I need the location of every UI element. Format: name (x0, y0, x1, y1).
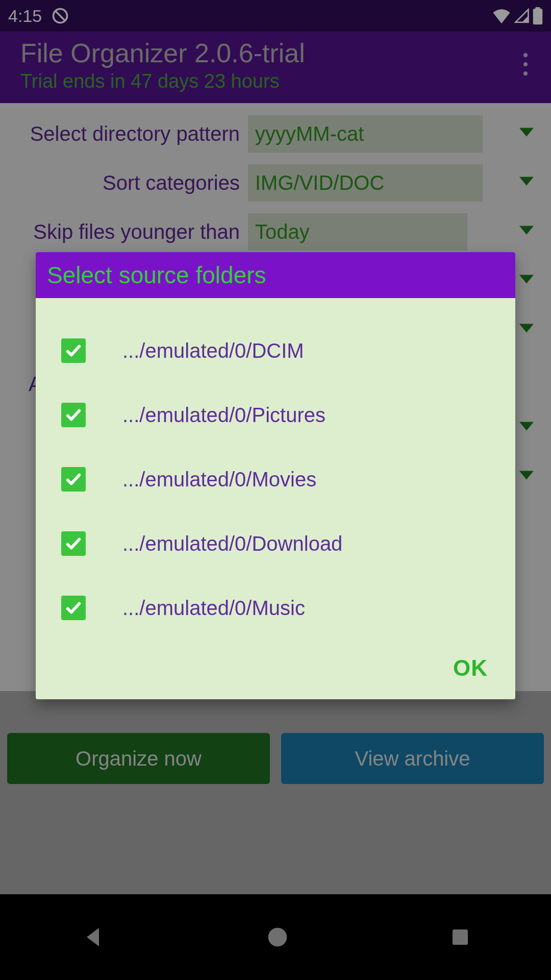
folder-row[interactable]: .../emulated/0/Download (61, 511, 500, 576)
folder-row[interactable]: .../emulated/0/Music (61, 576, 500, 640)
folder-checkbox[interactable] (61, 596, 86, 620)
dialog-body: .../emulated/0/DCIM .../emulated/0/Pictu… (36, 298, 515, 640)
folder-checkbox[interactable] (61, 531, 86, 556)
folder-row[interactable]: .../emulated/0/Pictures (61, 383, 500, 447)
folder-row[interactable]: .../emulated/0/Movies (61, 447, 500, 511)
folder-checkbox[interactable] (61, 338, 86, 363)
ok-button[interactable]: OK (453, 655, 488, 681)
folder-label: .../emulated/0/Download (122, 532, 342, 555)
folder-label: .../emulated/0/Music (122, 597, 305, 620)
folder-row[interactable]: .../emulated/0/DCIM (61, 318, 500, 383)
folder-checkbox[interactable] (61, 403, 86, 427)
folder-checkbox[interactable] (61, 467, 86, 492)
folder-label: .../emulated/0/Pictures (122, 404, 325, 427)
folder-label: .../emulated/0/Movies (122, 468, 316, 491)
dialog-title: Select source folders (36, 252, 515, 298)
folder-label: .../emulated/0/DCIM (122, 339, 304, 362)
select-folders-dialog: Select source folders .../emulated/0/DCI… (36, 252, 515, 699)
